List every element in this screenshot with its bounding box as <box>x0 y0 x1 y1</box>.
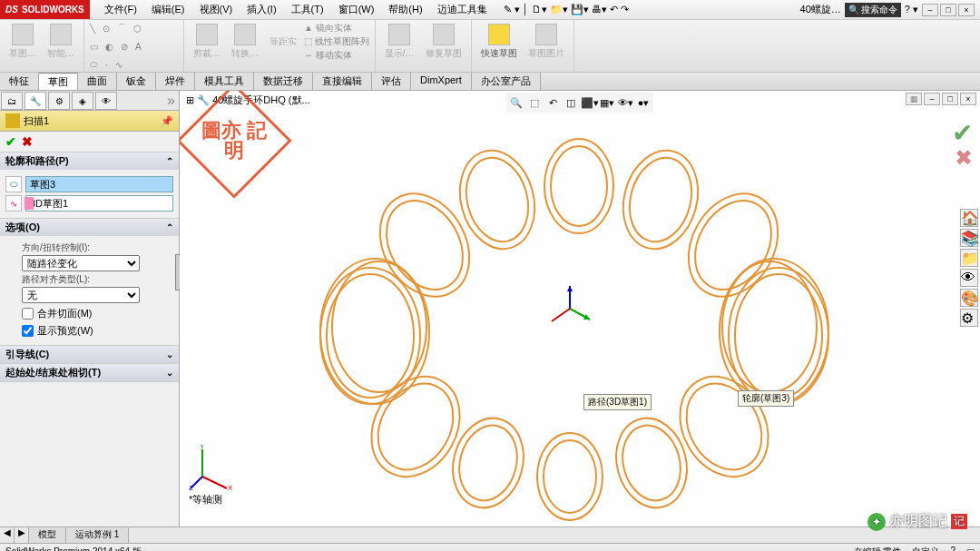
ribbon-sketch-pic[interactable]: 草图图片 <box>524 22 568 62</box>
ribbon-quick-sketch[interactable]: 快速草图 <box>477 22 521 62</box>
preview-checkbox[interactable]: 显示预览(W) <box>22 324 173 338</box>
btab-prev[interactable]: ◀ <box>0 527 15 543</box>
path-annotation: 路径(3D草图1) <box>583 394 652 410</box>
direction-select[interactable]: 随路径变化 <box>22 255 140 271</box>
menu-view[interactable]: 视图(V) <box>192 1 240 18</box>
tab-direct-edit[interactable]: 直接编辑 <box>313 73 372 90</box>
btab-next[interactable]: ▶ <box>15 527 29 543</box>
svg-point-0 <box>320 268 420 404</box>
path-icon: ∿ <box>5 195 22 212</box>
ok-button[interactable]: ✔ <box>5 134 16 149</box>
path-field[interactable] <box>25 195 173 212</box>
app-logo: DSSOLIDWORKS <box>0 0 90 19</box>
align-label: 路径对齐类型(L): <box>22 273 173 286</box>
model-preview <box>180 91 978 526</box>
status-custom[interactable]: 自定义 <box>912 546 939 552</box>
help-icon[interactable]: ? ▾ <box>905 4 918 15</box>
sweep-icon <box>5 113 20 128</box>
profile-field[interactable] <box>25 176 173 192</box>
tab-data-migration[interactable]: 数据迁移 <box>254 73 313 90</box>
align-select[interactable]: 无 <box>22 287 140 303</box>
svg-text:X: X <box>228 484 233 490</box>
ribbon-offset[interactable]: 等距实 <box>266 34 300 50</box>
view-orientation-label: *等轴测 <box>189 493 222 507</box>
pm-section-profile-head[interactable]: 轮廓和路径(P)⌃ <box>0 153 179 170</box>
pm-section-tangency-head[interactable]: 起始处/结束处相切(T)⌄ <box>0 364 179 381</box>
status-version: SolidWorks Premium 2014 x64 版 <box>5 546 142 552</box>
ribbon-linear-pattern[interactable]: ⬚ 线性草图阵列 <box>304 35 369 48</box>
tab-features[interactable]: 特征 <box>0 73 39 90</box>
menu-maidi[interactable]: 迈迪工具集 <box>430 1 495 18</box>
btab-motion[interactable]: 运动算例 1 <box>66 527 129 543</box>
title-quick-tools[interactable]: ✎ ▾ │ 🗋▾ 📁▾ 💾▾ 🖶▾ ↶ ↷ <box>504 4 629 15</box>
ribbon-sketch[interactable]: 草图… <box>5 22 40 62</box>
svg-point-4 <box>362 178 487 313</box>
maximize-button[interactable]: □ <box>940 4 956 16</box>
tab-office[interactable]: 办公室产品 <box>472 73 541 90</box>
title-bar: DSSOLIDWORKS 文件(F) 编辑(E) 视图(V) 插入(I) 工具(… <box>0 0 980 20</box>
svg-marker-29 <box>567 286 573 291</box>
fm-tab-property[interactable]: 🔧 <box>24 92 46 110</box>
ribbon: 草图… 智能… ╲⊙⌒⬡ ▭◐⊘A ⬭·∿ 剪裁… 转换… 等距实 ▲ 镜向实体… <box>0 20 980 73</box>
command-tab-bar: 特征 草图 曲面 钣金 焊件 模具工具 数据迁移 直接编辑 评估 DimXper… <box>0 73 980 91</box>
pm-section-guide-head[interactable]: 引导线(C)⌄ <box>0 346 179 363</box>
fm-tab-more[interactable]: » <box>163 91 179 110</box>
svg-point-22 <box>537 433 603 520</box>
menu-tools[interactable]: 工具(T) <box>284 1 331 18</box>
menu-insert[interactable]: 插入(I) <box>240 1 283 18</box>
svg-point-10 <box>612 143 709 258</box>
pm-section-options-head[interactable]: 选项(O)⌃ <box>0 219 179 236</box>
tab-evaluate[interactable]: 评估 <box>372 73 411 90</box>
status-unit-icon[interactable]: ▭ <box>966 546 975 552</box>
tab-weldments[interactable]: 焊件 <box>156 73 195 90</box>
ribbon-convert[interactable]: 转换… <box>228 22 262 62</box>
btab-model[interactable]: 模型 <box>29 527 66 543</box>
merge-checkbox[interactable]: 合并切面(M) <box>22 307 173 320</box>
minimize-button[interactable]: – <box>922 4 938 16</box>
ribbon-mirror[interactable]: ▲ 镜向实体 <box>304 22 369 34</box>
command-search[interactable]: 🔍 搜索命令 <box>845 3 901 17</box>
tab-sketch[interactable]: 草图 <box>39 73 78 90</box>
fm-tab-display[interactable]: 👁 <box>95 92 117 110</box>
svg-point-12 <box>671 178 796 313</box>
cancel-button[interactable]: ✖ <box>22 134 33 149</box>
fm-tab-tree[interactable]: 🗂 <box>1 92 23 110</box>
fm-tab-config[interactable]: ⚙ <box>48 92 70 110</box>
ribbon-display[interactable]: 显示/… <box>381 22 418 62</box>
ribbon-smart-dim[interactable]: 智能… <box>44 22 78 62</box>
fm-tab-dimxpert[interactable]: ◈ <box>72 92 93 110</box>
pm-section-tangency: 起始处/结束处相切(T)⌄ <box>0 364 179 382</box>
svg-point-9 <box>551 146 607 226</box>
pushpin-icon[interactable]: 📌 <box>161 115 173 127</box>
pm-title: 扫描1 <box>24 114 49 128</box>
pm-confirm-bar: ✔ ✖ <box>0 132 179 153</box>
svg-line-32 <box>552 309 570 321</box>
ribbon-move[interactable]: ↔ 移动实体 <box>304 49 369 62</box>
status-mode: 在编辑 零件 <box>854 546 902 552</box>
menu-bar: 文件(F) 编辑(E) 视图(V) 插入(I) 工具(T) 窗口(W) 帮助(H… <box>97 1 495 18</box>
svg-point-14 <box>729 268 828 404</box>
svg-point-8 <box>544 139 613 233</box>
tab-sheetmetal[interactable]: 钣金 <box>117 73 156 90</box>
menu-edit[interactable]: 编辑(E) <box>144 1 192 18</box>
menu-help[interactable]: 帮助(H) <box>381 1 429 18</box>
svg-point-7 <box>457 151 537 249</box>
main-area: 🗂 🔧 ⚙ ◈ 👁 » 扫描1 📌 ✔ ✖ 轮廓和路径(P)⌃ ⬭ <box>0 91 980 526</box>
svg-point-23 <box>544 440 596 513</box>
ribbon-trim[interactable]: 剪裁… <box>190 22 224 62</box>
profile-annotation: 轮廓(草图3) <box>738 390 794 407</box>
menu-window[interactable]: 窗口(W) <box>331 1 382 18</box>
path-indicator-icon <box>24 197 34 210</box>
status-bar: SolidWorks Premium 2014 x64 版 在编辑 零件 自定义… <box>0 543 980 551</box>
status-help-icon[interactable]: ? <box>950 546 956 552</box>
svg-point-6 <box>449 143 545 258</box>
ribbon-repair[interactable]: 修复草图 <box>422 22 466 62</box>
feature-manager-tabs: 🗂 🔧 ⚙ ◈ 👁 » <box>0 91 179 111</box>
tab-surfaces[interactable]: 曲面 <box>78 73 117 90</box>
tab-dimxpert[interactable]: DimXpert <box>411 73 472 90</box>
svg-point-21 <box>614 418 689 507</box>
menu-file[interactable]: 文件(F) <box>97 1 144 18</box>
tab-mold[interactable]: 模具工具 <box>195 73 254 90</box>
close-button[interactable]: × <box>958 4 975 16</box>
graphics-viewport[interactable]: ⊞ 🔧 40螺旋手环DHQ (默... 🔍 ⬚ ↶ ◫ ⬛▾ ▦▾ 👁▾ ●▾ … <box>180 91 980 526</box>
